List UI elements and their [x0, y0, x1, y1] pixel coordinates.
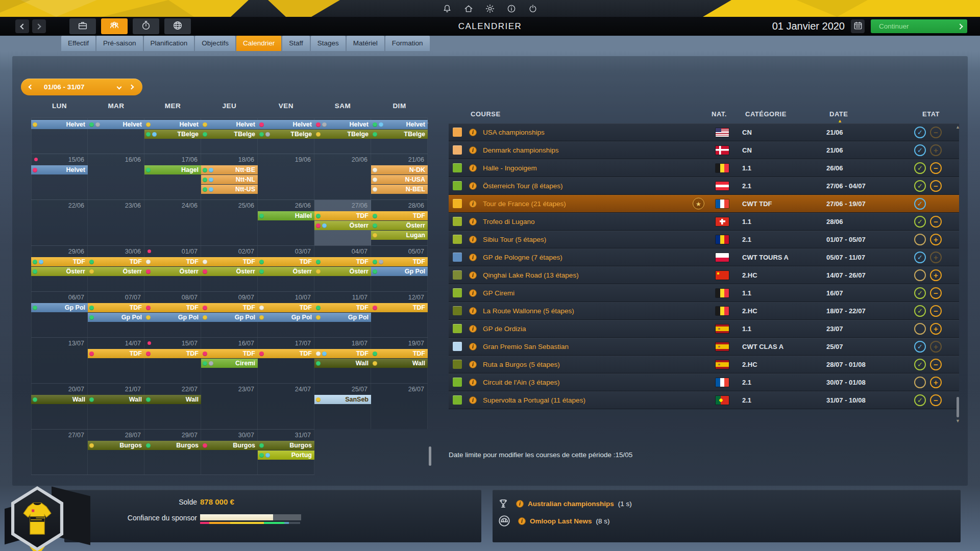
calendar-event[interactable]: Wall	[144, 395, 201, 404]
calendar-event[interactable]: TDF	[88, 349, 144, 358]
tab-staff[interactable]: Staff	[282, 36, 310, 51]
range-prev-icon[interactable]	[29, 85, 34, 90]
calendar-event[interactable]: Helvet	[144, 120, 201, 129]
calendar-event[interactable]: TDF	[201, 257, 258, 266]
table-scroll-up-icon[interactable]: ▲	[955, 124, 960, 130]
news-item[interactable]: iOmloop Last News(8 s)	[498, 514, 610, 528]
status-check-icon[interactable]: ✓	[914, 394, 926, 406]
calendar-event[interactable]: TBelge	[201, 130, 258, 139]
calendar-event[interactable]: TDF	[371, 303, 428, 312]
calendar-event[interactable]: Portug	[258, 450, 314, 460]
tab-pre-saison[interactable]: Pré-saison	[96, 36, 143, 51]
tab-formation[interactable]: Formation	[385, 36, 430, 51]
calendar-event[interactable]: Hagel	[144, 165, 201, 174]
news-item[interactable]: 1iAustralian championships(1 s)	[498, 497, 632, 510]
calendar-event[interactable]: TBelge	[258, 130, 314, 139]
calendar-event[interactable]: Ciremi	[201, 359, 258, 368]
calendar-event[interactable]: TDF	[371, 211, 428, 220]
calendar-event[interactable]: TBelge	[144, 130, 201, 139]
calendar-event[interactable]: TDF	[314, 349, 371, 358]
info-icon[interactable]	[506, 4, 517, 14]
calendar-event[interactable]: TDF	[88, 257, 144, 266]
calendar-event[interactable]: TDF	[314, 303, 371, 312]
table-scrollbar-thumb[interactable]	[957, 397, 959, 417]
status-check-icon[interactable]: ✓	[914, 287, 926, 299]
course-row[interactable]: iHalle - Ingooigem1.126/06✓−	[449, 159, 959, 177]
calendar-event[interactable]: Lugan	[371, 231, 428, 240]
add-course-button[interactable]: +	[930, 323, 942, 335]
calendar-event[interactable]: Österr	[88, 267, 144, 276]
remove-course-button[interactable]: −	[930, 394, 942, 406]
course-row[interactable]: iRuta a Burgos (5 étapes)2.HC28/07 - 01/…	[449, 356, 959, 373]
calendar-event[interactable]: Österr	[371, 221, 428, 230]
calendar-event[interactable]: TDF	[371, 349, 428, 358]
forward-button[interactable]	[32, 19, 46, 33]
calendar-event[interactable]: TDF	[144, 303, 201, 312]
course-row[interactable]: iUSA championshipsCN21/06✓−	[449, 123, 959, 141]
course-row[interactable]: iGran Premio San SebastianCWT CLAS A25/0…	[449, 338, 959, 356]
calendar-event[interactable]: Österr	[31, 267, 88, 276]
calendar-event[interactable]: TDF	[31, 257, 88, 266]
calendar-event[interactable]: Österr	[314, 221, 371, 230]
status-check-icon[interactable]: ✓	[914, 198, 926, 210]
calendar-event[interactable]: N-BEL	[371, 185, 428, 194]
calendar-event[interactable]: N-DK	[371, 165, 428, 174]
calendar-event[interactable]: Wall	[371, 359, 428, 368]
calendar-event[interactable]: Österr	[258, 267, 314, 276]
status-check-icon[interactable]	[914, 269, 926, 281]
team-menu-button[interactable]	[69, 18, 96, 34]
calendar-event[interactable]: TDF	[314, 257, 371, 266]
date-range-selector[interactable]: 01/06 - 31/07	[21, 79, 142, 95]
header-etat[interactable]: ETAT	[911, 110, 951, 118]
calendar-event[interactable]: Gp Pol	[371, 267, 428, 276]
tab-materiel[interactable]: Matériel	[347, 36, 384, 51]
add-course-button[interactable]: +	[930, 252, 942, 263]
status-check-icon[interactable]: ✓	[914, 359, 926, 370]
sort-asc-icon[interactable]: ▲	[838, 118, 842, 123]
status-check-icon[interactable]	[914, 234, 926, 245]
calendar-event[interactable]: Helvet	[258, 120, 314, 129]
calendar-event[interactable]: Österr	[144, 267, 201, 276]
header-date[interactable]: DATE	[829, 110, 848, 118]
calendar-scrollbar-thumb[interactable]	[429, 446, 431, 466]
tab-effectif[interactable]: Effectif	[61, 36, 95, 51]
news-title[interactable]: Australian championships	[528, 500, 614, 508]
calendar-event[interactable]: Burgos	[258, 441, 314, 450]
calendar-event[interactable]: Helvet	[31, 165, 88, 174]
gear-icon[interactable]	[485, 4, 495, 14]
calendar-event[interactable]: Gp Pol	[88, 313, 144, 322]
course-row[interactable]: iSibiu Tour (5 étapes)2.101/07 - 05/07+	[449, 231, 959, 248]
calendar-event[interactable]: Ntt-US	[201, 185, 258, 194]
course-row[interactable]: iDenmark championshipsCN21/06✓+	[449, 141, 959, 159]
calendar-popup-button[interactable]	[851, 19, 865, 33]
add-course-button[interactable]: +	[930, 269, 942, 281]
calendar-event[interactable]: Gp Pol	[144, 313, 201, 322]
calendar-event[interactable]: TDF	[258, 349, 314, 358]
calendar-event[interactable]: Hallel	[258, 211, 314, 220]
calendar-event[interactable]: TDF	[258, 257, 314, 266]
calendar-event[interactable]: Helvet	[31, 120, 88, 129]
remove-course-button[interactable]: −	[930, 305, 942, 317]
status-check-icon[interactable]: ✓	[914, 162, 926, 174]
calendar-event[interactable]: TDF	[258, 303, 314, 312]
status-check-icon[interactable]	[914, 323, 926, 335]
calendar-event[interactable]: Ntt-BE	[201, 165, 258, 174]
calendar-event[interactable]: Österr	[201, 267, 258, 276]
tab-stages[interactable]: Stages	[311, 36, 346, 51]
status-check-icon[interactable]: ✓	[914, 305, 926, 317]
remove-course-button[interactable]: −	[930, 216, 942, 228]
calendar-event[interactable]: Gp Pol	[31, 303, 88, 312]
calendar-event[interactable]: TDF	[201, 303, 258, 312]
status-check-icon[interactable]: ✓	[914, 180, 926, 192]
range-dropdown-icon[interactable]	[117, 85, 122, 90]
range-next-icon[interactable]	[129, 85, 134, 90]
header-nat[interactable]: NAT.	[712, 110, 727, 118]
calendar-event[interactable]: Wall	[31, 395, 88, 404]
add-course-button[interactable]: +	[930, 144, 942, 156]
bell-icon[interactable]	[442, 4, 452, 14]
course-row[interactable]: iÖsterreich Tour (8 étapes)2.127/06 - 04…	[449, 177, 959, 195]
calendar-event[interactable]: Österr	[314, 267, 371, 276]
calendar-event[interactable]: TBelge	[314, 130, 371, 139]
course-row[interactable]: iQinghai Lake Road (13 étapes)2.HC14/07 …	[449, 266, 959, 284]
calendar-event[interactable]: TDF	[201, 349, 258, 358]
